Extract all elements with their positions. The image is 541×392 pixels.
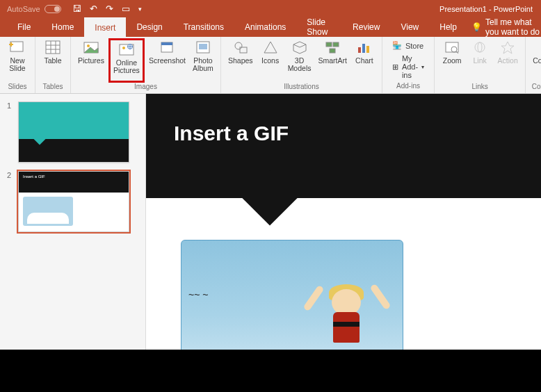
store-button[interactable]: 🏪 Store <box>392 41 424 50</box>
icons-label: Icons <box>261 57 279 65</box>
slide-thumbnail-1[interactable] <box>18 101 129 163</box>
3d-models-label: 3D Models <box>288 57 312 72</box>
window-title: Presentation1 - PowerPoint <box>439 5 541 13</box>
my-addins-button[interactable]: ⊞ My Add-ins ▾ <box>392 54 424 79</box>
shapes-label: Shapes <box>228 57 253 65</box>
save-icon[interactable]: 🖫 <box>72 3 81 14</box>
pictures-button[interactable]: Pictures <box>75 38 107 83</box>
autosave-toggle-group[interactable]: AutoSave <box>0 5 68 13</box>
qat-dropdown-icon[interactable]: ▾ <box>138 6 142 13</box>
tell-me-search[interactable]: 💡 Tell me what you want to do <box>471 17 541 37</box>
group-comments-label: Comments <box>530 83 541 92</box>
svg-rect-2 <box>10 42 12 47</box>
ribbon: New Slide Slides Table Tables Pictures <box>0 37 541 94</box>
tab-review[interactable]: Review <box>342 17 390 37</box>
online-pictures-label: Online Pictures <box>113 59 140 74</box>
shapes-icon <box>232 40 249 55</box>
link-label: Link <box>474 57 487 65</box>
screenshot-label: Screenshot <box>149 57 186 65</box>
comment-button[interactable]: Comment <box>530 38 541 83</box>
tab-animations[interactable]: Animations <box>234 17 296 37</box>
tab-transitions[interactable]: Transitions <box>173 17 234 37</box>
action-label: Action <box>498 57 518 65</box>
smartart-label: SmartArt <box>318 57 346 65</box>
table-button[interactable]: Table <box>40 38 66 83</box>
store-label: Store <box>405 42 423 50</box>
smartart-button[interactable]: SmartArt <box>315 38 349 83</box>
ribbon-tabs: File Home Insert Design Transitions Anim… <box>0 17 541 37</box>
inserted-image[interactable]: ~~ ~ <box>181 240 403 350</box>
group-slides: New Slide Slides <box>0 37 35 93</box>
tab-home[interactable]: Home <box>41 17 84 37</box>
quick-access-toolbar: 🖫 ↶ ↷ ▭ ▾ <box>68 3 146 14</box>
link-button: Link <box>467 38 493 83</box>
search-icon: 💡 <box>471 22 482 32</box>
thumbnail-index: 2 <box>7 171 14 232</box>
svg-marker-19 <box>264 42 277 53</box>
store-icon: 🏪 <box>392 41 402 50</box>
tab-file[interactable]: File <box>7 17 41 37</box>
cartoon-character <box>312 281 382 350</box>
online-pictures-button[interactable]: Online Pictures <box>108 38 145 83</box>
photo-album-button[interactable]: Photo Album <box>190 38 216 83</box>
slide-thumbnails-pane[interactable]: 1 2 Insert a GIF <box>0 94 146 350</box>
svg-marker-32 <box>501 42 514 54</box>
group-images: Pictures Online Pictures Screenshot Phot… <box>71 37 221 93</box>
svg-rect-22 <box>333 42 339 47</box>
svg-rect-26 <box>366 46 369 53</box>
svg-rect-3 <box>46 41 60 54</box>
slide-title-text: Insert a GIF <box>174 122 289 145</box>
screenshot-button[interactable]: Screenshot <box>146 38 188 83</box>
autosave-switch-icon <box>45 5 61 13</box>
slide-title[interactable]: Insert a GIF <box>146 94 541 198</box>
chevron-down-icon: ▾ <box>421 64 424 70</box>
addins-icon: ⊞ <box>392 63 398 72</box>
link-icon <box>471 40 488 55</box>
photo-album-icon <box>195 40 211 55</box>
svg-rect-0 <box>10 42 23 51</box>
new-slide-button[interactable]: New Slide <box>4 38 31 83</box>
thumbnail-title: Insert a GIF <box>19 172 129 193</box>
tab-insert[interactable]: Insert <box>84 17 126 37</box>
svg-rect-25 <box>362 44 365 53</box>
smartart-icon <box>324 40 341 55</box>
new-slide-label: New Slide <box>9 57 25 72</box>
svg-rect-23 <box>330 49 335 53</box>
tab-slideshow[interactable]: Slide Show <box>296 17 342 37</box>
zoom-icon <box>444 40 460 55</box>
new-slide-icon <box>9 40 26 55</box>
tab-help[interactable]: Help <box>429 17 467 37</box>
group-links: Zoom Link Action Links <box>435 37 526 93</box>
screenshot-icon <box>159 40 175 55</box>
slide: Insert a GIF ~~ ~ <box>146 94 541 350</box>
thumbnail-row: 1 <box>0 97 145 167</box>
table-label: Table <box>44 57 61 65</box>
start-from-beginning-icon[interactable]: ▭ <box>122 3 130 14</box>
icons-button[interactable]: Icons <box>257 38 284 83</box>
group-images-label: Images <box>75 83 216 92</box>
group-tables-label: Tables <box>40 83 66 92</box>
group-illustrations-label: Illustrations <box>225 83 378 92</box>
svg-rect-14 <box>161 42 172 45</box>
workspace: 1 2 Insert a GIF Insert a GIF <box>0 94 541 350</box>
slide-canvas[interactable]: Insert a GIF ~~ ~ <box>146 94 541 350</box>
svg-point-31 <box>478 42 482 52</box>
svg-rect-16 <box>199 44 207 49</box>
tab-design[interactable]: Design <box>126 17 172 37</box>
chart-button[interactable]: Chart <box>351 38 378 83</box>
thumbnail-index: 1 <box>7 101 14 163</box>
slide-thumbnail-2[interactable]: Insert a GIF <box>18 171 129 232</box>
powerpoint-window: AutoSave 🖫 ↶ ↷ ▭ ▾ Presentation1 - Power… <box>0 0 541 350</box>
svg-rect-24 <box>358 47 361 53</box>
tab-view[interactable]: View <box>390 17 429 37</box>
zoom-button[interactable]: Zoom <box>439 38 465 83</box>
slide-body: ~~ ~ <box>146 198 541 350</box>
3d-models-button[interactable]: 3D Models <box>285 38 314 83</box>
shapes-button[interactable]: Shapes <box>225 38 256 83</box>
redo-icon[interactable]: ↷ <box>106 3 113 14</box>
undo-icon[interactable]: ↶ <box>90 3 97 14</box>
group-tables: Table Tables <box>35 37 71 93</box>
group-illustrations: Shapes Icons 3D Models SmartArt Chart <box>221 37 382 93</box>
svg-rect-21 <box>326 42 332 47</box>
action-button: Action <box>494 38 521 83</box>
